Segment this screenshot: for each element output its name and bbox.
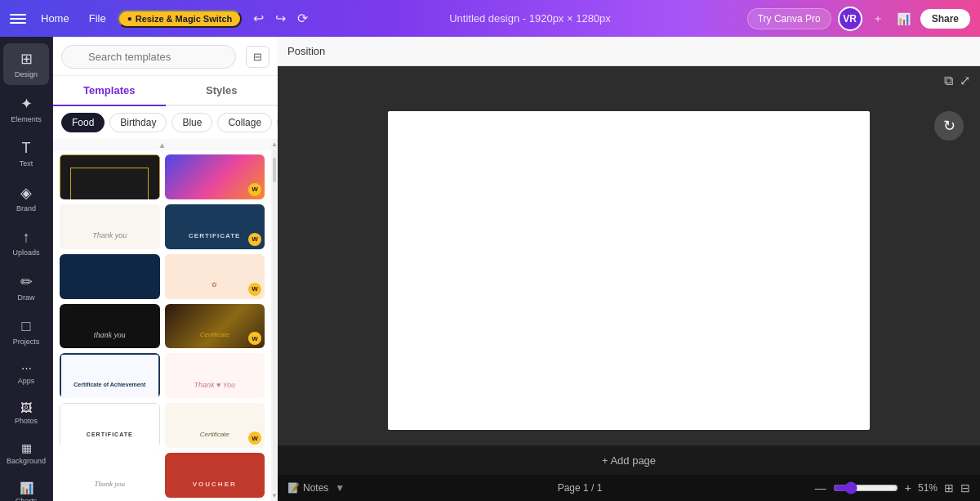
draw-icon: ✏ (20, 273, 33, 291)
template-thumb (60, 254, 160, 299)
template-thumb: VOUCHER (165, 453, 265, 498)
resize-magic-button[interactable]: ● Resize & Magic Switch (118, 10, 243, 28)
design-title: Untitled design - 1920px × 1280px (319, 12, 740, 25)
sidebar-item-projects[interactable]: □ Projects (3, 311, 49, 352)
zoom-slider[interactable] (833, 481, 898, 494)
canvas-viewport[interactable]: ↻ (278, 95, 980, 445)
sidebar-item-apps[interactable]: ⋯ Apps (3, 356, 49, 391)
sidebar-item-elements[interactable]: ✦ Elements (3, 88, 49, 130)
chip-food[interactable]: Food (61, 113, 105, 132)
plus-icon[interactable]: ＋ (869, 8, 887, 29)
zoom-level: 51% (918, 482, 938, 494)
template-card[interactable]: ✿ W (165, 254, 265, 299)
zoom-in-button[interactable]: + (905, 481, 911, 494)
avatar[interactable]: VR (838, 7, 862, 31)
expand-canvas-button[interactable]: ⤢ (960, 73, 970, 88)
elements-icon: ✦ (20, 95, 33, 113)
template-card[interactable]: Thank you (60, 204, 160, 249)
tabs-row: Templates Styles (53, 76, 278, 106)
pro-badge: W (248, 283, 261, 296)
refresh-button[interactable]: ⟳ (292, 7, 313, 29)
scroll-down-arrow[interactable]: ▼ (271, 492, 278, 499)
search-bar: 🔍 ⊟ (53, 37, 278, 76)
grid-button[interactable]: ⊟ (960, 481, 970, 494)
template-card[interactable]: W (165, 154, 265, 199)
template-card[interactable]: CERTIFICATE (60, 403, 160, 448)
template-card[interactable]: Certificate W (165, 403, 265, 448)
page-chevron-down-icon: ▼ (335, 482, 345, 494)
undo-redo: ↩ ↪ ⟳ (248, 7, 313, 29)
apps-icon: ⋯ (21, 362, 32, 374)
tab-styles[interactable]: Styles (166, 76, 278, 106)
templates-panel: 🔍 ⊟ Templates Styles Food Birthday Blue … (53, 37, 278, 501)
panel-scrollbar: ▲ ▼ (271, 139, 278, 501)
add-page-bar[interactable]: + Add page (278, 445, 980, 475)
add-page-button[interactable]: + Add page (602, 454, 656, 467)
template-thumb: Certificate of Achievement (60, 353, 160, 398)
design-icon: ⊞ (20, 50, 33, 68)
copy-canvas-button[interactable]: ⧉ (944, 74, 953, 88)
sidebar-item-brand[interactable]: ◈ Brand (3, 177, 49, 219)
panel-content: ▲ W (53, 139, 278, 501)
home-button[interactable]: Home (33, 9, 78, 28)
background-icon: ▦ (21, 441, 32, 454)
template-card[interactable] (60, 254, 160, 299)
share-button[interactable]: Share (920, 9, 970, 29)
canvas-refresh-button[interactable]: ↻ (934, 111, 964, 141)
search-input[interactable] (61, 45, 236, 69)
scroll-up-arrow[interactable]: ▲ (271, 141, 278, 148)
template-card[interactable]: Certificate W (165, 304, 265, 349)
scroll-thumb[interactable] (273, 158, 276, 182)
main-layout: ⊞ Design ✦ Elements T Text ◈ Brand ↑ Upl… (0, 37, 980, 501)
template-thumb: Thank you (60, 453, 160, 498)
position-bar: Position (278, 37, 980, 66)
canvas-top-bar: ⧉ ⤢ (278, 66, 980, 95)
sidebar-item-draw[interactable]: ✏ Draw (3, 266, 49, 308)
page-info-center: Page 1 / 1 (558, 482, 603, 494)
topbar-nav: Home File ● Resize & Magic Switch (33, 9, 242, 28)
template-card[interactable]: thank you (60, 304, 160, 349)
canvas-area: Position ⧉ ⤢ ↻ + Add page 📝 Notes ▼ (278, 37, 980, 501)
sidebar-item-design[interactable]: ⊞ Design (3, 43, 49, 85)
topbar-right: Try Canva Pro VR ＋ 📊 Share (747, 7, 970, 31)
template-card[interactable]: Thank you (60, 453, 160, 498)
template-thumb: thank you (60, 304, 160, 349)
brand-icon: ◈ (20, 184, 32, 202)
text-icon: T (22, 140, 31, 157)
scroll-up-button[interactable]: ▲ (158, 141, 167, 150)
sidebar-item-charts[interactable]: 📊 Charts (3, 475, 49, 501)
template-card[interactable]: VOUCHER (165, 453, 265, 498)
position-label: Position (287, 45, 325, 57)
chips-row: Food Birthday Blue Collage › (53, 106, 278, 139)
sidebar-item-background[interactable]: ▦ Background (3, 435, 49, 472)
notes-button[interactable]: 📝 Notes (287, 482, 328, 494)
chip-collage[interactable]: Collage (217, 113, 272, 132)
template-card[interactable]: Thank ♥ You (165, 353, 265, 398)
template-card[interactable]: Certificate of Achievement (60, 353, 160, 398)
filter-button[interactable]: ⊟ (246, 46, 270, 68)
panel-main: ▲ W (53, 139, 271, 501)
file-button[interactable]: File (81, 9, 114, 28)
footer-left: 📝 Notes ▼ (287, 482, 345, 494)
template-thumb: CERTIFICATE (60, 403, 160, 448)
templates-grid: W Thank you CERTIFICATE W (53, 151, 271, 501)
sidebar-item-text[interactable]: T Text (3, 133, 49, 174)
view-options-button[interactable]: ⊞ (944, 481, 954, 494)
chip-blue[interactable]: Blue (172, 113, 212, 132)
undo-button[interactable]: ↩ (248, 7, 269, 29)
template-card[interactable] (60, 154, 160, 199)
template-card[interactable]: CERTIFICATE W (165, 204, 265, 249)
charts-icon: 📊 (20, 481, 33, 494)
stats-icon[interactable]: 📊 (893, 9, 914, 29)
try-pro-button[interactable]: Try Canva Pro (747, 8, 831, 29)
menu-icon[interactable] (10, 11, 26, 27)
sidebar-item-photos[interactable]: 🖼 Photos (3, 395, 49, 432)
redo-button[interactable]: ↪ (270, 7, 291, 29)
chip-birthday[interactable]: Birthday (109, 113, 167, 132)
template-thumb: Thank ♥ You (165, 353, 265, 398)
tab-templates[interactable]: Templates (53, 76, 166, 106)
canvas-white-area (388, 111, 870, 430)
zoom-out-button[interactable]: — (815, 481, 826, 494)
uploads-icon: ↑ (23, 229, 30, 246)
sidebar-item-uploads[interactable]: ↑ Uploads (3, 222, 49, 263)
